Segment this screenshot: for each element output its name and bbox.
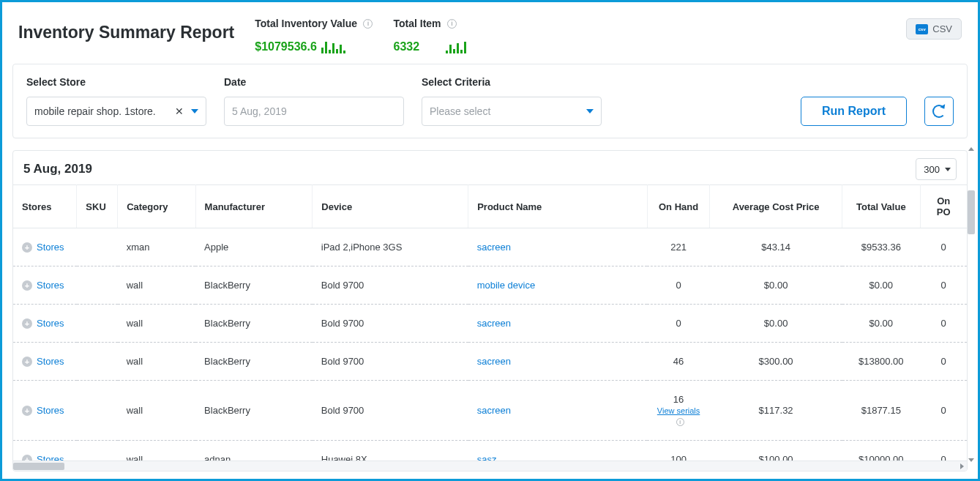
table-row: +StoreswallBlackBerryBold 9700sacreen46$… xyxy=(13,343,967,381)
cell-sku xyxy=(77,228,118,266)
stat-total-value: Total Inventory Value i $1079536.6 xyxy=(255,14,373,53)
cell-avg-cost: $100.00 xyxy=(710,441,842,461)
info-icon[interactable]: i xyxy=(363,19,373,29)
cell-on-po: 0 xyxy=(920,228,967,266)
cell-category: wall xyxy=(118,266,195,305)
info-icon[interactable]: i xyxy=(676,418,684,426)
product-link[interactable]: sacreen xyxy=(477,318,511,329)
cell-total-value: $0.00 xyxy=(842,305,920,343)
product-link[interactable]: mobile device xyxy=(477,280,536,291)
stat-total-item: Total Item i 6332 xyxy=(393,14,466,53)
horizontal-scrollbar[interactable] xyxy=(13,461,967,471)
product-link[interactable]: sacreen xyxy=(477,242,511,253)
stat-total-item-count: 6332 xyxy=(393,40,419,53)
csv-label: CSV xyxy=(932,23,952,34)
table-row: +StoreswallBlackBerryBold 9700sacreen0$0… xyxy=(13,305,967,343)
stat-total-value-amount: $1079536.6 xyxy=(255,40,317,53)
cell-category: xman xyxy=(118,228,195,266)
cell-manufacturer: adnan xyxy=(195,441,313,461)
cell-avg-cost: $0.00 xyxy=(710,266,842,305)
cell-total-value: $10000.00 xyxy=(842,441,920,461)
stores-link[interactable]: Stores xyxy=(37,405,64,416)
run-report-button[interactable]: Run Report xyxy=(801,97,907,126)
view-serials-link[interactable]: View serials xyxy=(657,406,700,415)
cell-device: Bold 9700 xyxy=(313,343,468,381)
select-criteria-dropdown[interactable]: Please select xyxy=(422,97,602,126)
column-header[interactable]: Average Cost Price xyxy=(710,185,842,228)
cell-on-po: 0 xyxy=(920,305,967,343)
column-header[interactable]: SKU xyxy=(77,185,118,228)
cell-sku xyxy=(77,266,118,305)
expand-icon[interactable]: + xyxy=(22,406,32,416)
column-header[interactable]: Product Name xyxy=(468,185,648,228)
clear-store-icon[interactable]: ✕ xyxy=(175,105,184,117)
chevron-down-icon xyxy=(945,168,951,171)
export-csv-button[interactable]: csv CSV xyxy=(906,18,962,40)
stores-link[interactable]: Stores xyxy=(37,318,64,329)
select-store-value: mobile repair shop. 1store. xyxy=(34,105,156,117)
report-table-card: 5 Aug, 2019 300 StoresSKUCategoryManufac… xyxy=(12,150,968,471)
expand-icon[interactable]: + xyxy=(22,357,32,367)
select-store-dropdown[interactable]: mobile repair shop. 1store. ✕ xyxy=(26,97,206,126)
cell-on-hand: 46 xyxy=(647,343,709,381)
report-table: StoresSKUCategoryManufacturerDeviceProdu… xyxy=(13,184,967,461)
cell-on-po: 0 xyxy=(920,266,967,305)
expand-icon[interactable]: + xyxy=(22,280,32,291)
product-link[interactable]: sacreen xyxy=(477,356,511,367)
sparkline-icon xyxy=(321,40,345,53)
stat-total-item-label: Total Item xyxy=(393,18,441,29)
select-criteria-label: Select Criteria xyxy=(422,76,602,88)
column-header[interactable]: Manufacturer xyxy=(195,185,313,228)
cell-on-hand: 0 xyxy=(647,305,709,343)
cell-on-po: 0 xyxy=(920,343,967,381)
chevron-down-icon xyxy=(191,109,198,113)
cell-manufacturer: BlackBerry xyxy=(195,305,313,343)
table-row: +StoreswallBlackBerryBold 9700sacreen16V… xyxy=(13,381,967,441)
stores-link[interactable]: Stores xyxy=(37,280,64,291)
stat-total-value-label: Total Inventory Value xyxy=(255,18,357,29)
refresh-button[interactable] xyxy=(924,97,954,126)
column-header[interactable]: Total Value xyxy=(842,185,920,228)
date-label: Date xyxy=(224,76,404,88)
cell-on-hand: 0 xyxy=(647,266,709,305)
cell-on-po: 0 xyxy=(920,441,967,461)
column-header[interactable]: Category xyxy=(118,185,195,228)
date-input[interactable]: 5 Aug, 2019 xyxy=(224,97,404,126)
cell-category: wall xyxy=(118,441,195,461)
csv-icon: csv xyxy=(916,24,928,34)
criteria-placeholder: Please select xyxy=(430,105,490,117)
cell-on-po: 0 xyxy=(920,381,967,441)
expand-icon[interactable]: + xyxy=(22,455,32,461)
cell-manufacturer: BlackBerry xyxy=(195,266,313,305)
column-header[interactable]: On PO xyxy=(920,185,967,228)
cell-on-hand: 221 xyxy=(647,228,709,266)
chevron-down-icon xyxy=(586,109,594,113)
cell-sku xyxy=(77,305,118,343)
page-size-value: 300 xyxy=(924,164,940,175)
sparkline-icon xyxy=(446,40,466,53)
cell-manufacturer: Apple xyxy=(195,228,313,266)
vertical-scrollbar[interactable] xyxy=(968,147,975,462)
stores-link[interactable]: Stores xyxy=(37,356,64,367)
info-icon[interactable]: i xyxy=(447,19,457,29)
column-header[interactable]: Device xyxy=(313,185,468,228)
column-header[interactable]: Stores xyxy=(13,185,77,228)
table-row: +StoreswalladnanHuawei 8Xsasz100$100.00$… xyxy=(13,441,967,461)
product-link[interactable]: sacreen xyxy=(477,405,511,416)
cell-total-value: $13800.00 xyxy=(842,343,920,381)
column-header[interactable]: On Hand xyxy=(647,185,709,228)
expand-icon[interactable]: + xyxy=(22,242,32,253)
cell-device: Huawei 8X xyxy=(313,441,468,461)
cell-category: wall xyxy=(118,381,195,441)
cell-sku xyxy=(77,343,118,381)
cell-device: Bold 9700 xyxy=(313,266,468,305)
page-size-select[interactable]: 300 xyxy=(916,158,957,180)
cell-total-value: $9533.36 xyxy=(842,228,920,266)
cell-on-hand: 16View serials i xyxy=(647,381,709,441)
expand-icon[interactable]: + xyxy=(22,318,32,329)
cell-sku xyxy=(77,441,118,461)
cell-on-hand: 100 xyxy=(647,441,709,461)
product-link[interactable]: sasz xyxy=(477,454,497,461)
stores-link[interactable]: Stores xyxy=(37,454,64,461)
stores-link[interactable]: Stores xyxy=(37,242,64,253)
